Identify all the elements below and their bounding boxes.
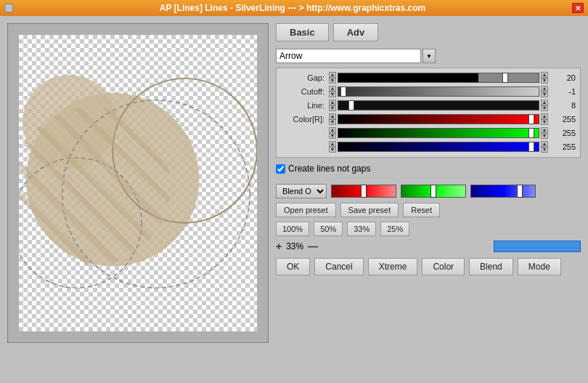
line-right-up-arrow[interactable]: ▲: [541, 100, 548, 105]
gap-slider-track[interactable]: [338, 73, 539, 83]
type-dropdown[interactable]: Arrow Line Dash Dot: [276, 49, 421, 63]
color-r-up-arrow[interactable]: ▲: [329, 113, 336, 119]
basic-tab[interactable]: Basic: [276, 23, 329, 41]
sliders-panel: Gap: ▲ ▼ ▲ ▼ 20 Cutoff: ▲ ▼: [276, 68, 581, 158]
gap-arrows: ▲ ▼: [329, 72, 336, 84]
blue-slider-thumb[interactable]: [517, 185, 523, 198]
cutoff-slider-track[interactable]: [338, 86, 539, 97]
gap-slider-thumb[interactable]: [502, 73, 508, 83]
color-b-up-arrow[interactable]: ▲: [329, 141, 336, 147]
cancel-button[interactable]: Cancel: [314, 258, 363, 275]
cutoff-slider-thumb[interactable]: [340, 86, 346, 97]
line-slider-track[interactable]: [338, 100, 539, 110]
ok-button[interactable]: OK: [276, 258, 310, 275]
color-b-slider-row: ▲ ▼ ▲ ▼ 255: [281, 140, 576, 153]
color-r-label: Color[R]:: [281, 115, 324, 124]
color-g-arrows: ▲ ▼: [329, 127, 336, 139]
color-b-right-down-arrow[interactable]: ▼: [541, 147, 548, 153]
color-g-right-down-arrow[interactable]: ▼: [541, 133, 548, 139]
preset-row: Open preset Save preset Reset: [276, 203, 581, 217]
red-slider-thumb[interactable]: [361, 185, 367, 198]
blend-section: Blend Opti Normal: [276, 184, 581, 198]
main-content: Basic Adv Arrow Line Dash Dot ▼ Gap: ▲ ▼: [0, 16, 588, 383]
create-lines-label[interactable]: Create lines not gaps: [288, 164, 370, 174]
color-r-slider-row: Color[R]: ▲ ▼ ▲ ▼ 255: [281, 113, 576, 126]
zoom-100-button[interactable]: 100%: [276, 222, 309, 236]
xtreme-button[interactable]: Xtreme: [368, 258, 418, 275]
zoom-minus-button[interactable]: —: [308, 241, 318, 252]
cutoff-right-down-arrow[interactable]: ▼: [541, 92, 548, 97]
cutoff-down-arrow[interactable]: ▼: [329, 92, 336, 97]
cutoff-up-arrow[interactable]: ▲: [329, 86, 336, 92]
zoom-50-button[interactable]: 50%: [314, 222, 343, 236]
cutoff-right-up-arrow[interactable]: ▲: [541, 86, 548, 92]
close-button[interactable]: ✕: [572, 3, 584, 13]
line-down-arrow[interactable]: ▼: [329, 105, 336, 111]
color-r-right-down-arrow[interactable]: ▼: [541, 119, 548, 125]
color-b-slider-track[interactable]: [338, 142, 539, 152]
green-color-slider[interactable]: [401, 185, 466, 198]
color-g-up-arrow[interactable]: ▲: [329, 127, 336, 133]
minimize-button[interactable]: _: [4, 4, 13, 12]
cutoff-slider-row: Cutoff: ▲ ▼ ▲ ▼ -1: [281, 85, 576, 98]
action-row: OK Cancel Xtreme Color Blend Mode: [276, 258, 581, 275]
gap-right-down-arrow[interactable]: ▼: [541, 78, 548, 84]
open-preset-button[interactable]: Open preset: [276, 203, 336, 217]
color-button[interactable]: Color: [422, 258, 465, 275]
color-r-right-up-arrow[interactable]: ▲: [541, 113, 548, 119]
line-value: 8: [552, 101, 576, 110]
blue-progress-bar: [494, 241, 581, 252]
adv-tab[interactable]: Adv: [333, 23, 379, 41]
reset-button[interactable]: Reset: [403, 203, 440, 217]
color-b-slider-thumb[interactable]: [528, 142, 534, 152]
title-bar: _ AP [Lines] Lines - SilverLining --- > …: [0, 0, 588, 16]
checkbox-row: Create lines not gaps: [276, 162, 581, 175]
color-b-arrows: ▲ ▼: [329, 141, 336, 153]
blend-dropdown[interactable]: Blend Opti Normal: [276, 184, 327, 198]
color-g-slider-track[interactable]: [338, 128, 539, 138]
right-panel: Basic Adv Arrow Line Dash Dot ▼ Gap: ▲ ▼: [276, 23, 581, 376]
color-r-arrows: ▲ ▼: [329, 113, 336, 125]
cutoff-value: -1: [552, 87, 576, 96]
red-color-slider[interactable]: [331, 185, 396, 198]
dropdown-arrow-icon[interactable]: ▼: [422, 49, 436, 63]
color-g-slider-row: ▲ ▼ ▲ ▼ 255: [281, 126, 576, 140]
line-up-arrow[interactable]: ▲: [329, 100, 336, 105]
color-b-value: 255: [552, 142, 576, 151]
cutoff-right-arrows: ▲ ▼: [541, 86, 548, 97]
line-right-down-arrow[interactable]: ▼: [541, 105, 548, 111]
line-right-arrows: ▲ ▼: [541, 100, 548, 111]
zoom-33-button[interactable]: 33%: [347, 222, 376, 236]
gap-value: 20: [552, 73, 576, 82]
zoom-level-value: 33%: [286, 241, 303, 251]
zoom-plus-button[interactable]: +: [276, 241, 282, 252]
color-g-right-arrows: ▲ ▼: [541, 127, 548, 139]
mode-button[interactable]: Mode: [518, 258, 561, 275]
color-g-value: 255: [552, 129, 576, 137]
line-slider-thumb[interactable]: [348, 100, 354, 110]
zoom-level-row: + 33% —: [276, 241, 581, 252]
color-b-right-up-arrow[interactable]: ▲: [541, 141, 548, 147]
gap-up-arrow[interactable]: ▲: [329, 72, 336, 78]
dropdown-row: Arrow Line Dash Dot ▼: [276, 49, 581, 63]
color-b-down-arrow[interactable]: ▼: [329, 147, 336, 153]
canvas-svg: [19, 35, 257, 331]
gap-right-up-arrow[interactable]: ▲: [541, 72, 548, 78]
color-g-slider-thumb[interactable]: [528, 128, 534, 138]
gap-slider-row: Gap: ▲ ▼ ▲ ▼ 20: [281, 71, 576, 84]
color-g-right-up-arrow[interactable]: ▲: [541, 127, 548, 133]
blue-color-slider[interactable]: [470, 185, 536, 198]
color-r-slider-track[interactable]: [338, 114, 539, 124]
zoom-25-button[interactable]: 25%: [380, 222, 409, 236]
color-r-slider-thumb[interactable]: [528, 114, 534, 124]
color-r-down-arrow[interactable]: ▼: [329, 119, 336, 125]
line-arrows: ▲ ▼: [329, 100, 336, 111]
gap-down-arrow[interactable]: ▼: [329, 78, 336, 84]
create-lines-checkbox[interactable]: [276, 164, 285, 174]
color-g-down-arrow[interactable]: ▼: [329, 133, 336, 139]
green-slider-thumb[interactable]: [430, 185, 436, 198]
top-buttons: Basic Adv: [276, 23, 581, 41]
window-chrome: _: [4, 4, 13, 12]
blend-button[interactable]: Blend: [469, 258, 513, 275]
save-preset-button[interactable]: Save preset: [340, 203, 399, 217]
